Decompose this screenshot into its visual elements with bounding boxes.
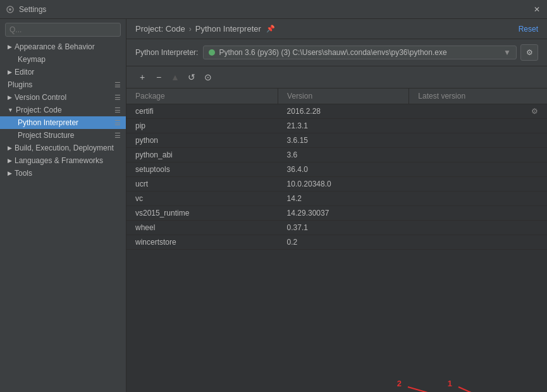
sidebar-item-project-structure[interactable]: Project Structure ☰ — [0, 129, 126, 142]
sidebar-item-label: Build, Execution, Deployment — [15, 144, 114, 152]
plugin-icon: ☰ — [114, 81, 121, 89]
dropdown-arrow-icon: ▼ — [503, 48, 511, 57]
interpreter-select-text: Python 3.6 (py36) (3) C:\Users\shauw\.co… — [219, 48, 501, 57]
row-settings-icon[interactable]: ⚙ — [531, 107, 538, 116]
breadcrumb-parent: Project: Code — [135, 24, 185, 34]
sidebar: ▶ Appearance & Behavior Keymap ▶ Editor … — [0, 19, 126, 392]
table-row: setuptools36.4.0 — [126, 162, 547, 177]
annotation-2: 2 — [397, 379, 402, 388]
add-package-button[interactable]: + — [135, 70, 149, 84]
reset-button[interactable]: Reset — [519, 25, 538, 34]
cell-version: 3.6 — [278, 148, 409, 162]
sidebar-item-label: Languages & Frameworks — [15, 156, 103, 165]
cell-version: 0.37.1 — [278, 221, 409, 235]
cell-package: python_abi — [126, 148, 278, 162]
gear-icon: ⚙ — [526, 48, 533, 57]
sidebar-item-appearance[interactable]: ▶ Appearance & Behavior — [0, 40, 126, 53]
expand-arrow: ▶ — [8, 157, 12, 164]
annotation-1: 1 — [448, 379, 452, 388]
filter-button[interactable]: ⊙ — [201, 70, 215, 84]
vc-icon: ☰ — [114, 94, 121, 102]
search-input[interactable] — [9, 25, 116, 34]
sidebar-item-plugins[interactable]: Plugins ☰ — [0, 78, 126, 91]
sidebar-item-label: Keymap — [18, 55, 46, 64]
col-package: Package — [126, 89, 278, 104]
close-button[interactable]: ✕ — [532, 4, 542, 15]
sidebar-item-label: Project: Code — [16, 106, 62, 114]
cell-version: 21.3.1 — [278, 119, 409, 133]
cell-latest-version — [409, 133, 547, 138]
struct-icon: ☰ — [114, 132, 121, 140]
remove-package-button[interactable]: − — [152, 70, 166, 84]
main-container: ▶ Appearance & Behavior Keymap ▶ Editor … — [0, 19, 547, 392]
packages-table-container: Package Version Latest version certifi20… — [126, 89, 547, 392]
sidebar-item-python-interpreter[interactable]: Python Interpreter ☰ — [0, 116, 126, 129]
table-row: certifi2016.2.28⚙ — [126, 104, 547, 119]
packages-area: + − ▲ ↺ ⊙ Package Version Latest version — [126, 66, 547, 392]
cell-package: setuptools — [126, 162, 278, 177]
project-icon: ☰ — [114, 106, 121, 114]
cell-version: 3.6.15 — [278, 133, 409, 148]
expand-arrow: ▶ — [8, 44, 12, 50]
content-area: Project: Code › Python Interpreter 📌 Res… — [126, 19, 547, 392]
breadcrumb-current: Python Interpreter — [195, 24, 261, 34]
cell-latest-version — [409, 221, 547, 226]
sidebar-item-tools[interactable]: ▶ Tools — [0, 167, 126, 180]
expand-arrow: ▶ — [8, 145, 12, 151]
table-row: pip21.3.1 — [126, 119, 547, 133]
col-latest: Latest version — [409, 89, 547, 104]
table-row: python3.6.15 — [126, 133, 547, 148]
breadcrumb-separator: › — [189, 25, 192, 34]
cell-latest-version — [409, 192, 547, 197]
sidebar-item-project-code[interactable]: ▼ Project: Code ☰ — [0, 104, 126, 116]
table-row: python_abi3.6 — [126, 148, 547, 162]
title-bar-text: Settings — [19, 5, 46, 14]
cell-version: 36.4.0 — [278, 162, 409, 177]
cell-package: certifi — [126, 104, 278, 119]
breadcrumb: Project: Code › Python Interpreter 📌 Res… — [126, 19, 547, 39]
sidebar-item-label: Appearance & Behavior — [15, 42, 95, 51]
cell-latest-version — [409, 235, 547, 240]
search-box[interactable] — [5, 23, 121, 37]
expand-arrow: ▶ — [8, 170, 12, 176]
interpreter-select[interactable]: Python 3.6 (py36) (3) C:\Users\shauw\.co… — [203, 46, 517, 59]
interpreter-label: Python Interpreter: — [135, 48, 198, 57]
table-row: vs2015_runtime14.29.30037 — [126, 206, 547, 221]
interp-icon: ☰ — [114, 119, 121, 127]
cell-package: wincertstore — [126, 235, 278, 250]
sidebar-item-label: Plugins — [8, 80, 32, 89]
sidebar-item-editor[interactable]: ▶ Editor — [0, 66, 126, 78]
packages-toolbar: + − ▲ ↺ ⊙ — [126, 66, 547, 89]
cell-package: vs2015_runtime — [126, 206, 278, 221]
cell-version: 14.2 — [278, 192, 409, 206]
table-row: wincertstore0.2 — [126, 235, 547, 250]
cell-package: wheel — [126, 221, 278, 235]
sidebar-item-version-control[interactable]: ▶ Version Control ☰ — [0, 91, 126, 104]
breadcrumb-pin-icon: 📌 — [266, 25, 275, 33]
cell-package: ucrt — [126, 177, 278, 192]
title-bar: Settings ✕ — [0, 0, 547, 19]
settings-icon — [5, 4, 15, 15]
cell-latest-version — [409, 119, 547, 124]
sidebar-item-label: Tools — [15, 169, 32, 178]
sidebar-item-label: Editor — [15, 68, 34, 77]
cell-latest-version — [409, 162, 547, 168]
reload-button[interactable]: ↺ — [185, 70, 199, 84]
cell-version: 0.2 — [278, 235, 409, 250]
up-button[interactable]: ▲ — [168, 70, 182, 84]
interpreter-row: Python Interpreter: Python 3.6 (py36) (3… — [126, 39, 547, 66]
expand-arrow: ▼ — [8, 107, 13, 113]
cell-latest-version — [409, 148, 547, 153]
col-version: Version — [278, 89, 409, 104]
cell-version: 10.0.20348.0 — [278, 177, 409, 192]
sidebar-item-label: Project Structure — [18, 131, 74, 140]
sidebar-item-languages[interactable]: ▶ Languages & Frameworks — [0, 154, 126, 167]
gear-button[interactable]: ⚙ — [520, 44, 538, 61]
table-row: ucrt10.0.20348.0 — [126, 177, 547, 192]
sidebar-item-keymap[interactable]: Keymap — [0, 53, 126, 66]
cell-latest-version — [409, 177, 547, 182]
status-dot — [209, 49, 215, 56]
sidebar-item-build[interactable]: ▶ Build, Execution, Deployment — [0, 142, 126, 154]
table-row: vc14.2 — [126, 192, 547, 206]
cell-latest-version — [409, 206, 547, 211]
